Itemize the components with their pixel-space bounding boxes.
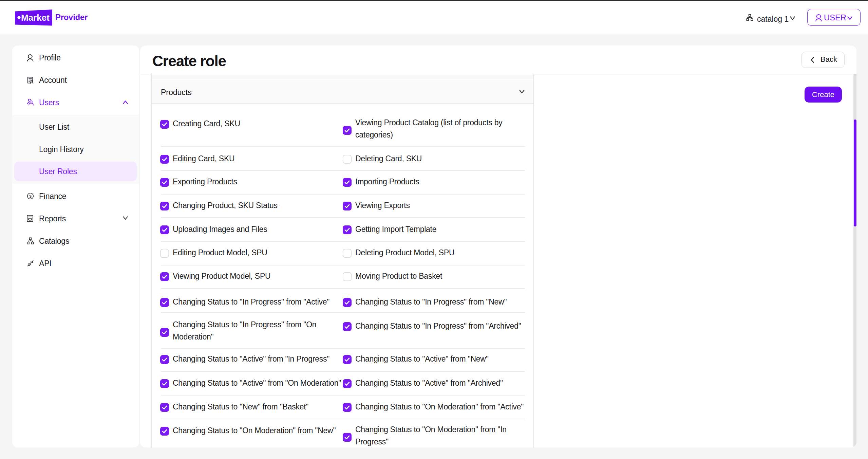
svg-text:$: $: [29, 194, 32, 199]
